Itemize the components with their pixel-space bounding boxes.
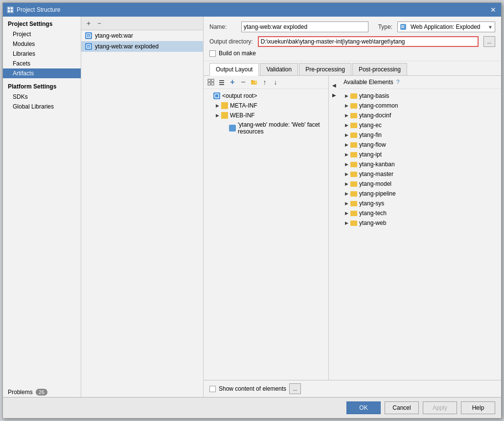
ok-button[interactable]: OK — [346, 401, 381, 414]
folder-icon — [350, 113, 357, 118]
layout-toolbar: + − — [204, 76, 328, 89]
list-item[interactable]: ▶ ytang-sys — [340, 199, 501, 208]
add-artifact-button[interactable]: ＋ — [84, 19, 93, 28]
list-item[interactable]: ytang-web:war — [81, 30, 203, 41]
avail-item-label: ytang-tech — [359, 210, 387, 217]
sidebar-item-global-libraries[interactable]: Global Libraries — [3, 102, 81, 111]
apply-button[interactable]: Apply — [423, 401, 457, 414]
browse-button[interactable]: ... — [483, 36, 495, 47]
sidebar-item-label: Libraries — [13, 50, 35, 57]
platform-settings-header: Platform Settings — [3, 78, 81, 92]
output-dir-label: Output directory: — [209, 38, 253, 45]
content-area: ＋ － ytang-web:war ytang-web:war e — [81, 17, 501, 397]
problems-row[interactable]: Problems 26 — [3, 387, 81, 397]
show-content-checkbox[interactable] — [209, 386, 216, 392]
tab-validation[interactable]: Validation — [260, 63, 298, 75]
show-content-label: Show content of elements — [219, 385, 286, 392]
list-item[interactable]: ▶ ytang-fin — [340, 130, 501, 140]
title-bar-left: Project Structure — [7, 6, 60, 13]
list-item[interactable]: ytang-web:war exploded — [81, 41, 203, 52]
svg-rect-2 — [11, 7, 13, 9]
build-on-make-checkbox[interactable] — [209, 50, 216, 57]
move-right-button[interactable]: ▶ — [330, 90, 339, 99]
tab-output-layout[interactable]: Output Layout — [209, 63, 259, 76]
close-button[interactable]: ✕ — [489, 6, 497, 14]
tree-item-label: <output root> — [222, 92, 257, 99]
list-item[interactable]: ▶ ytang-basis — [340, 91, 501, 101]
type-select-text: Web Application: Exploded — [411, 23, 486, 30]
sidebar-item-sdks[interactable]: SDKs — [3, 92, 81, 102]
type-icon — [400, 23, 407, 30]
move-up-button[interactable]: ↑ — [260, 78, 269, 87]
list-item[interactable]: ▶ ytang-docinf — [340, 111, 501, 120]
move-down-button[interactable]: ↓ — [271, 78, 280, 87]
output-root-icon — [213, 92, 220, 99]
center-buttons: ◀ ▶ — [329, 76, 340, 380]
move-left-button[interactable]: ◀ — [330, 81, 339, 89]
list-item[interactable]: ▶ ytang-common — [340, 101, 501, 111]
help-icon[interactable]: ? — [396, 79, 400, 86]
expand-icon: ▶ — [343, 92, 350, 100]
dialog-title: Project Structure — [17, 6, 60, 13]
sidebar-item-label: Project — [13, 31, 31, 38]
tree-item-web-inf[interactable]: ▶ WEB-INF — [204, 111, 328, 120]
list-item[interactable]: ▶ ytang-tech — [340, 208, 501, 218]
tree-item-output-root[interactable]: <output root> — [204, 91, 328, 101]
svg-rect-10 — [88, 47, 90, 47]
tree-item-label: WEB-INF — [230, 112, 255, 119]
sidebar-item-facets[interactable]: Facets — [3, 59, 81, 68]
cancel-button[interactable]: Cancel — [385, 401, 419, 414]
avail-item-label: ytang-ec — [359, 122, 382, 129]
tab-post-processing[interactable]: Post-processing — [352, 63, 407, 75]
sidebar-item-libraries[interactable]: Libraries — [3, 49, 81, 59]
name-label: Name: — [209, 23, 236, 30]
sidebar-item-modules[interactable]: Modules — [3, 39, 81, 49]
grid-view-button[interactable] — [206, 78, 215, 87]
web-resource-icon — [229, 125, 236, 132]
artifacts-toolbar: ＋ － — [81, 17, 203, 30]
svg-rect-16 — [208, 83, 210, 85]
avail-item-label: ytang-common — [359, 102, 398, 109]
name-input[interactable] — [241, 22, 368, 32]
tree-item-label: 'ytang-web' module: 'Web' facet resource… — [238, 121, 326, 135]
avail-item-label: ytang-web — [359, 220, 386, 226]
available-tree: ▶ ytang-basis ▶ ytang-common ▶ — [340, 89, 501, 380]
available-elements-header: Available Elements ? — [340, 76, 501, 89]
title-bar: Project Structure ✕ — [3, 3, 501, 17]
type-select[interactable]: Web Application: Exploded ▼ — [397, 22, 495, 32]
svg-rect-22 — [251, 80, 253, 81]
sidebar-item-label: Modules — [13, 41, 35, 47]
list-item[interactable]: ▶ ytang-kanban — [340, 159, 501, 169]
list-item[interactable]: ▶ ytang-master — [340, 169, 501, 179]
tree-item-meta-inf[interactable]: ▶ META-INF — [204, 101, 328, 111]
chevron-down-icon: ▼ — [488, 24, 493, 30]
folder-icon — [350, 172, 357, 177]
help-button[interactable]: Help — [461, 401, 495, 414]
svg-rect-15 — [211, 79, 214, 82]
list-item[interactable]: ▶ ytang-ec — [340, 120, 501, 130]
list-item[interactable]: ▶ ytang-web — [340, 218, 501, 228]
tree-item-web-resources[interactable]: 'ytang-web' module: 'Web' facet resource… — [204, 120, 328, 136]
show-content-more-button[interactable]: ... — [289, 383, 301, 394]
folder-icon — [221, 102, 228, 109]
list-view-button[interactable] — [217, 78, 226, 87]
list-item[interactable]: ▶ ytang-pipeline — [340, 189, 501, 199]
bottom-bar: Show content of elements ... — [204, 380, 501, 397]
list-item[interactable]: ▶ ytang-ipt — [340, 150, 501, 159]
list-item[interactable]: ▶ ytang-flow — [340, 140, 501, 150]
show-content-row: Show content of elements ... — [209, 383, 301, 394]
add-element-button[interactable]: + — [228, 78, 237, 87]
list-item[interactable]: ▶ ytang-model — [340, 179, 501, 189]
expand-icon: ▶ — [343, 111, 350, 119]
folder-icon — [221, 112, 228, 119]
remove-artifact-button[interactable]: － — [95, 19, 104, 28]
tab-pre-processing[interactable]: Pre-processing — [299, 63, 351, 75]
expand-icon: ▶ — [343, 219, 350, 227]
sidebar-item-artifacts[interactable]: Artifacts — [3, 68, 81, 78]
sidebar-item-project[interactable]: Project — [3, 29, 81, 39]
avail-item-label: ytang-pipeline — [359, 190, 396, 197]
folder-icon — [350, 191, 357, 197]
remove-element-button[interactable]: − — [239, 78, 248, 87]
output-dir-input[interactable] — [258, 36, 479, 47]
create-dir-button[interactable] — [250, 78, 258, 87]
